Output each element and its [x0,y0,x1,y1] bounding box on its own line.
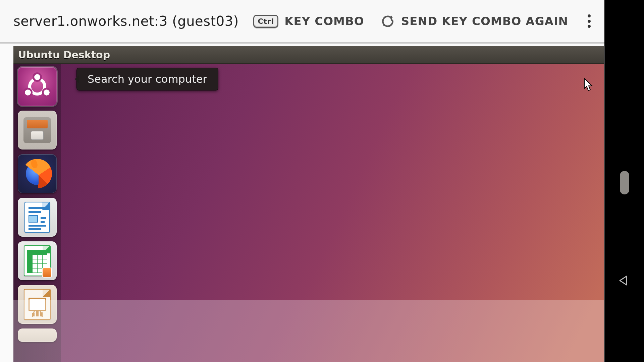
libreoffice-writer-icon [24,202,50,233]
dash-tooltip: Search your computer [76,68,218,90]
overlay-segment[interactable] [407,300,604,362]
firefox-icon [22,159,52,188]
launcher-files-button[interactable] [18,111,57,149]
refresh-icon [380,14,395,28]
overlay-segment[interactable] [13,300,210,362]
vnc-toolbar: server1.onworks.net:3 (guest03) Ctrl KEY… [0,0,604,42]
send-key-combo-again-button[interactable]: SEND KEY COMBO AGAIN [380,14,568,28]
dot-icon [588,25,591,28]
bottom-overlay-bar[interactable] [13,300,604,362]
ubuntu-desktop[interactable]: Ubuntu Desktop [13,46,604,362]
files-icon [23,117,51,143]
android-back-button[interactable] [618,275,629,286]
dot-icon [588,20,591,23]
android-nav-gutter [604,0,644,362]
ctrl-keycap-icon: Ctrl [253,15,278,28]
menu-bar-title: Ubuntu Desktop [18,49,110,61]
ubuntu-dash-icon [25,75,49,98]
launcher-writer-button[interactable] [18,198,57,237]
mouse-cursor-icon [584,78,594,92]
menu-bar[interactable]: Ubuntu Desktop [13,46,604,64]
key-combo-button[interactable]: Ctrl KEY COMBO [253,14,364,28]
dot-icon [588,14,591,17]
scrollbar-thumb[interactable] [620,171,629,194]
launcher-dash-button[interactable] [18,67,57,106]
toolbar-divider [0,42,604,44]
more-menu-button[interactable] [588,14,591,28]
launcher-firefox-button[interactable] [18,154,57,193]
launcher-calc-button[interactable] [18,241,57,280]
libreoffice-calc-icon [24,245,51,276]
send-again-label: SEND KEY COMBO AGAIN [401,14,568,28]
hostname-label: server1.onworks.net:3 (guest03) [13,13,239,29]
overlay-segment[interactable] [210,300,407,362]
key-combo-label: KEY COMBO [284,14,364,28]
